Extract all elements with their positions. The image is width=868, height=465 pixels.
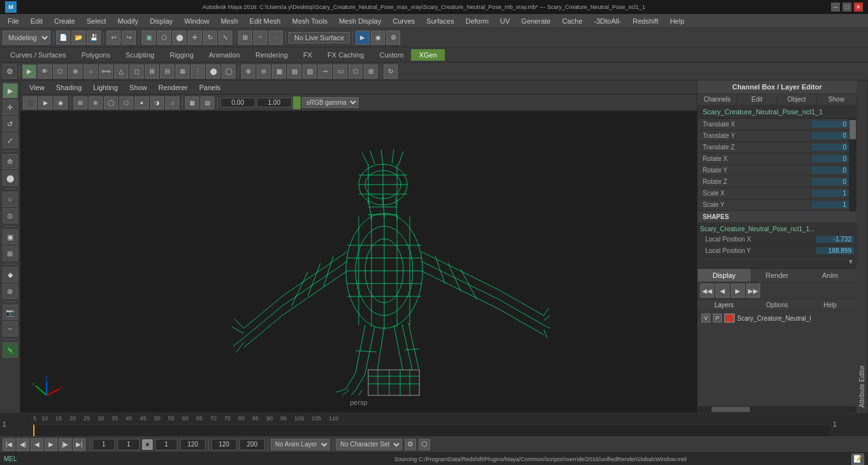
- tool15-btn[interactable]: ▧: [303, 65, 317, 79]
- ws-tab-rigging[interactable]: Rigging: [162, 49, 201, 61]
- sym-btn[interactable]: ⟺: [99, 65, 113, 79]
- menu-create[interactable]: Create: [49, 16, 80, 26]
- render-btn[interactable]: ▶: [355, 31, 370, 45]
- open-scene-btn[interactable]: 📂: [71, 31, 86, 45]
- tool13-btn[interactable]: ▦: [272, 65, 286, 79]
- end-frame-field2[interactable]: [211, 439, 237, 450]
- vp-camera-btn[interactable]: 🎥: [23, 96, 37, 109]
- tool16-btn[interactable]: ⊸: [318, 65, 332, 79]
- layer-move-down-btn[interactable]: ▶▶: [746, 284, 760, 298]
- menu-mesh[interactable]: Mesh: [216, 16, 243, 26]
- show-manip-tool[interactable]: ▣: [3, 229, 18, 245]
- lasso-btn[interactable]: ⬡: [157, 31, 171, 45]
- xray-btn[interactable]: ⊕: [68, 65, 82, 79]
- tool3-btn[interactable]: △: [114, 65, 128, 79]
- cb-tab-show[interactable]: Show: [817, 94, 857, 105]
- snap-together-btn[interactable]: ⊚: [3, 284, 18, 299]
- ws-tab-rendering[interactable]: Rendering: [248, 49, 296, 61]
- snap-point-btn[interactable]: ·: [269, 31, 283, 45]
- menu-modify[interactable]: Modify: [112, 16, 143, 26]
- vp-render-btn[interactable]: ◉: [54, 96, 68, 109]
- rotate-btn[interactable]: ↻: [203, 31, 217, 45]
- vp-grid-btn[interactable]: ⊞: [73, 96, 87, 109]
- current-frame-field[interactable]: [93, 439, 115, 450]
- menu-cache[interactable]: Cache: [557, 16, 588, 26]
- tool8-btn[interactable]: ⋮: [191, 65, 205, 79]
- menu-redshift[interactable]: Redshift: [627, 16, 663, 26]
- menu-file[interactable]: File: [3, 16, 24, 26]
- ch-value-rz[interactable]: 0: [811, 178, 849, 185]
- ws-tab-xgen[interactable]: XGen: [411, 49, 444, 61]
- undo-btn[interactable]: ↩: [107, 31, 121, 45]
- dra-tab-render[interactable]: Render: [751, 269, 804, 282]
- vp-menu-view[interactable]: View: [24, 82, 50, 93]
- tool12-btn[interactable]: ⊖: [257, 65, 271, 79]
- cb-tab-object[interactable]: Object: [777, 94, 817, 105]
- layer-visibility-btn[interactable]: V: [701, 314, 710, 323]
- ch-value-tz[interactable]: 0: [811, 144, 849, 151]
- step-back-btn[interactable]: ◀|: [17, 438, 29, 451]
- current-frame-field2[interactable]: [117, 439, 140, 450]
- minimize-button[interactable]: ─: [831, 3, 840, 11]
- tool19-btn[interactable]: ⊞: [364, 65, 378, 79]
- render-settings-btn[interactable]: ⚙: [386, 31, 400, 45]
- snap-to-points-btn[interactable]: ◆: [3, 267, 18, 282]
- mode-dropdown[interactable]: Modeling: [3, 31, 50, 45]
- max-frame-field[interactable]: [239, 439, 265, 450]
- vp-light-btn[interactable]: ☼: [165, 96, 179, 109]
- tool6-btn[interactable]: ⊟: [160, 65, 174, 79]
- new-scene-btn[interactable]: 📄: [56, 31, 70, 45]
- lasso-tool[interactable]: ⟰: [3, 154, 18, 169]
- ws-tab-fx[interactable]: FX: [296, 49, 320, 61]
- ch-value-sx[interactable]: 1: [811, 190, 849, 197]
- step-fwd-btn[interactable]: |▶: [59, 438, 71, 451]
- tool7-btn[interactable]: ⊠: [176, 65, 190, 79]
- menu-3dtoall[interactable]: -3DtoAll-: [589, 16, 627, 26]
- char-set-btn-1[interactable]: ⚙: [405, 439, 416, 450]
- tool11-btn[interactable]: ⊕: [241, 65, 255, 79]
- redo-btn[interactable]: ↪: [122, 31, 136, 45]
- curve-tool[interactable]: ~: [3, 321, 18, 337]
- menu-help[interactable]: Help: [665, 16, 690, 26]
- creature-head-btn[interactable]: 🦎: [3, 342, 18, 358]
- soft-mod-tool[interactable]: ○: [3, 192, 18, 207]
- vp-select-btn[interactable]: ▶: [38, 96, 52, 109]
- menu-mesh-tools[interactable]: Mesh Tools: [287, 16, 333, 26]
- menu-edit-mesh[interactable]: Edit Mesh: [244, 16, 286, 26]
- layers-tab-layers[interactable]: Layers: [698, 300, 751, 310]
- arrow-select-tool[interactable]: ▶: [3, 83, 18, 98]
- cb-tab-edit[interactable]: Edit: [737, 94, 777, 105]
- play-fwd-btn[interactable]: ▶: [45, 438, 57, 451]
- tool10-btn[interactable]: ◯: [221, 65, 236, 79]
- char-set-btn-2[interactable]: ⬡: [419, 439, 430, 450]
- ws-tab-sculpting[interactable]: Sculpting: [118, 49, 162, 61]
- menu-window[interactable]: Window: [179, 16, 214, 26]
- menu-display[interactable]: Display: [145, 16, 178, 26]
- scale-btn[interactable]: ⤡: [218, 31, 232, 45]
- layer-move-up-btn[interactable]: ◀◀: [700, 284, 714, 298]
- snap-curve-btn[interactable]: ~: [253, 31, 267, 45]
- ch-value-ry[interactable]: 0: [811, 167, 849, 174]
- move-btn[interactable]: ✛: [188, 31, 202, 45]
- grid-btn[interactable]: ⊞: [3, 246, 18, 261]
- menu-curves[interactable]: Curves: [387, 16, 420, 26]
- scroll-down-arrow[interactable]: ▼: [848, 258, 854, 265]
- ch-value-sy[interactable]: 1: [811, 201, 849, 208]
- close-button[interactable]: ✕: [854, 3, 863, 11]
- viewport-canvas[interactable]: X Y Z persp: [20, 111, 697, 413]
- ws-tab-curves-surfaces[interactable]: Curves / Surfaces: [3, 49, 73, 61]
- snap-grid-btn[interactable]: ⊞: [238, 31, 252, 45]
- menu-surfaces[interactable]: Surfaces: [421, 16, 459, 26]
- sculpt-tool[interactable]: ⊙: [3, 208, 18, 224]
- go-end-btn[interactable]: ▶|: [73, 438, 86, 451]
- tool4-btn[interactable]: ◻: [130, 65, 144, 79]
- menu-generate[interactable]: Generate: [516, 16, 556, 26]
- ws-tab-polygons[interactable]: Polygons: [73, 49, 117, 61]
- ch-value-lpx[interactable]: -1.732: [816, 236, 854, 243]
- settings-gear-btn[interactable]: ⚙: [3, 65, 17, 79]
- menu-uv[interactable]: UV: [495, 16, 515, 26]
- vp-flat-btn[interactable]: ◑: [150, 96, 164, 109]
- ch-value-lpy[interactable]: 188.899: [816, 247, 854, 254]
- maximize-button[interactable]: □: [842, 3, 851, 11]
- vp-menu-show[interactable]: Show: [124, 82, 153, 93]
